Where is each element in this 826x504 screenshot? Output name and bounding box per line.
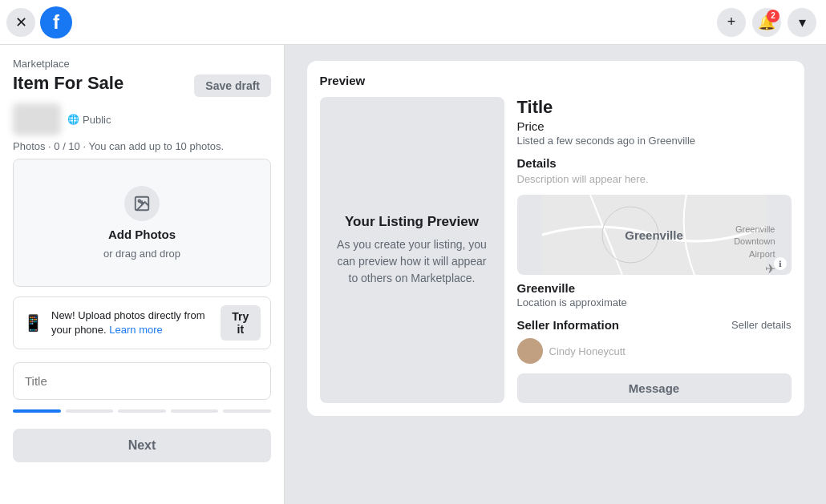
globe-icon: 🌐 <box>67 114 79 125</box>
public-label: 🌐 Public <box>67 114 111 126</box>
progress-bar <box>13 409 271 413</box>
details-section-label: Details <box>517 156 792 170</box>
chevron-down-icon: ▾ <box>799 14 806 31</box>
notifications-button[interactable]: 🔔 2 <box>752 8 781 37</box>
add-photos-icon <box>124 186 160 221</box>
left-panel: Marketplace Item For Sale Save draft 🌐 P… <box>0 45 285 504</box>
preview-overlay-title: Your Listing Preview <box>345 214 479 230</box>
seller-details-link[interactable]: Seller details <box>731 319 791 331</box>
map-sublabel: Greenville Downtown Airport ✈ <box>734 224 775 275</box>
add-button[interactable]: + <box>717 8 746 37</box>
preview-item-title: Title <box>517 97 792 118</box>
progress-segment-5 <box>223 409 271 413</box>
preview-overlay-text: As you create your listing, you can prev… <box>336 236 488 287</box>
close-icon: ✕ <box>15 14 27 31</box>
preview-image-area: Your Listing Preview As you create your … <box>320 97 504 403</box>
facebook-logo: f <box>40 6 72 38</box>
progress-segment-3 <box>118 409 166 413</box>
phone-upload-left: 📱 New! Upload photos directly from your … <box>23 308 221 337</box>
map-info-icon: ℹ <box>774 257 787 270</box>
preview-content: Your Listing Preview As you create your … <box>320 97 792 403</box>
title-input[interactable] <box>13 362 271 400</box>
profile-row: 🌐 Public <box>13 103 271 135</box>
seller-name: Cindy Honeycutt <box>549 345 626 357</box>
seller-avatar <box>517 338 543 364</box>
preview-label: Preview <box>320 74 792 87</box>
next-button[interactable]: Next <box>13 429 271 462</box>
add-photos-label: Add Photos <box>108 228 176 241</box>
drag-drop-label: or drag and drop <box>103 248 180 260</box>
top-bar-icons: + 🔔 2 ▾ <box>717 8 816 37</box>
seller-row: Seller Information Seller details <box>517 318 792 332</box>
seller-info-label: Seller Information <box>517 318 620 332</box>
try-it-button[interactable]: Try it <box>221 305 261 341</box>
preview-details: Title Price Listed a few seconds ago in … <box>517 97 792 403</box>
progress-segment-1 <box>13 409 61 413</box>
menu-button[interactable]: ▾ <box>788 8 816 37</box>
svg-point-1 <box>138 200 140 202</box>
phone-icon: 📱 <box>23 313 43 333</box>
learn-more-link[interactable]: Learn more <box>109 324 162 336</box>
phone-upload-text: New! Upload photos directly from your ph… <box>51 308 221 337</box>
notification-badge: 2 <box>767 10 779 22</box>
preview-description: Description will appear here. <box>517 173 792 185</box>
map-city-label: Greenville <box>625 228 683 242</box>
save-draft-button[interactable]: Save draft <box>194 75 271 97</box>
message-button[interactable]: Message <box>517 373 792 403</box>
preview-card: Preview Your Listing Preview As you crea… <box>307 61 804 416</box>
progress-segment-4 <box>171 409 219 413</box>
photos-label: Photos · 0 / 10 · You can add up to 10 p… <box>13 140 271 152</box>
close-button[interactable]: ✕ <box>6 8 35 37</box>
location-sub: Location is approximate <box>517 296 792 308</box>
top-bar: ✕ f + 🔔 2 ▾ <box>0 0 826 45</box>
preview-listed: Listed a few seconds ago in Greenville <box>517 135 792 147</box>
progress-segment-2 <box>66 409 114 413</box>
map-area: Greenville Greenville Downtown Airport ✈… <box>517 195 792 275</box>
photo-upload-area[interactable]: Add Photos or drag and drop <box>13 159 271 287</box>
right-panel: Preview Your Listing Preview As you crea… <box>285 45 826 504</box>
add-icon: + <box>727 14 736 30</box>
breadcrumb: Marketplace <box>13 58 271 70</box>
profile-avatar <box>13 103 61 135</box>
preview-price: Price <box>517 119 792 133</box>
seller-avatar-row: Cindy Honeycutt <box>517 338 792 364</box>
location-title: Greenville <box>517 281 792 295</box>
phone-upload-banner: 📱 New! Upload photos directly from your … <box>13 296 271 349</box>
